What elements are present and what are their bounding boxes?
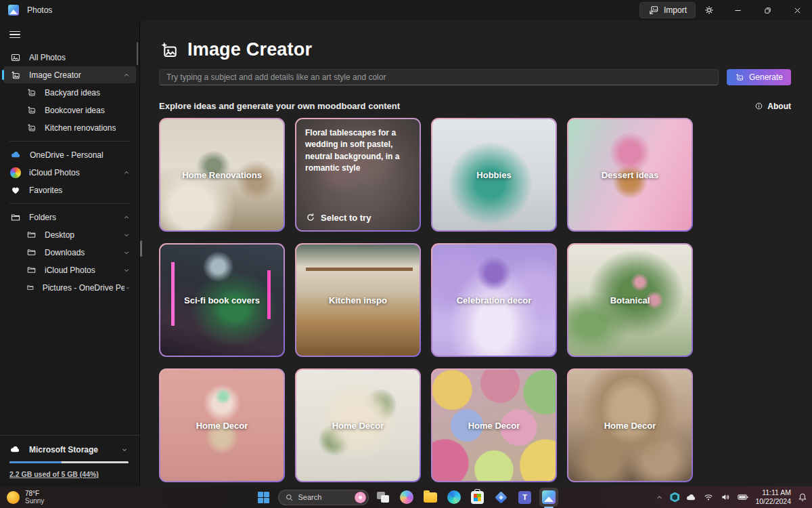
weather-temperature: 78°F xyxy=(25,490,44,498)
clock[interactable]: 11:11 AM 10/22/2024 xyxy=(755,488,791,505)
card-celebration-decor[interactable]: Celebration decor xyxy=(431,243,557,357)
storage-usage-link[interactable]: 2.2 GB used of 5 GB (44%) xyxy=(9,470,99,478)
navigation-menu-button[interactable] xyxy=(5,24,27,45)
maximize-button[interactable] xyxy=(752,0,782,20)
sidebar-item-all-photos[interactable]: All Photos xyxy=(3,49,136,66)
weather-widget[interactable]: 78°F Sunny xyxy=(7,490,44,505)
store-icon xyxy=(471,491,484,504)
sidebar-item-desktop[interactable]: Desktop xyxy=(3,226,136,243)
sidebar-item-favorites[interactable]: Favorites xyxy=(3,182,136,198)
onedrive-tray-icon[interactable] xyxy=(685,492,697,503)
card-scifi-book-covers[interactable]: Sci-fi book covers xyxy=(159,243,285,357)
sidebar-item-label: Desktop xyxy=(45,230,74,240)
hidden-icons-chevron-icon[interactable] xyxy=(655,493,664,502)
card-home-renovations[interactable]: Home Renovations xyxy=(159,118,285,232)
tray-hexagon-icon[interactable] xyxy=(670,492,679,503)
task-view-button[interactable] xyxy=(374,488,392,507)
photos-taskbar-button[interactable] xyxy=(539,488,558,507)
chevron-down-icon xyxy=(122,266,131,274)
sidebar-item-label: Bookcover ideas xyxy=(45,106,105,115)
microsoft-store-button[interactable] xyxy=(468,488,487,507)
card-dessert-ideas[interactable]: Dessert ideas xyxy=(567,118,693,232)
sidebar-item-label: iCloud Photos xyxy=(45,266,95,275)
titlebar: Photos Import xyxy=(0,0,812,20)
sidebar-item-kitchen-renovations[interactable]: Kitchen renovations xyxy=(3,119,136,136)
minimize-button[interactable] xyxy=(723,0,752,20)
sidebar-scrollbar[interactable] xyxy=(137,42,138,65)
chevron-up-icon xyxy=(122,169,131,177)
edge-button[interactable] xyxy=(445,488,464,507)
start-button[interactable] xyxy=(254,488,273,507)
sidebar-item-downloads[interactable]: Downloads xyxy=(3,244,136,261)
card-title: Home Decor xyxy=(604,421,656,431)
prompt-input[interactable] xyxy=(159,69,719,85)
card-home-decor-4[interactable]: Home Decor xyxy=(567,368,693,482)
settings-button[interactable] xyxy=(696,0,723,20)
card-title: Sci-fi book covers xyxy=(184,295,260,305)
card-title: Home Decor xyxy=(196,421,248,431)
about-label: About xyxy=(767,102,791,111)
import-button[interactable]: Import xyxy=(639,2,696,18)
window-title: Photos xyxy=(27,5,52,15)
selection-indicator xyxy=(2,70,4,80)
file-explorer-icon xyxy=(424,492,437,503)
notification-bell-icon[interactable] xyxy=(797,492,808,503)
import-icon xyxy=(648,5,659,16)
taskbar: 78°F Sunny Search xyxy=(0,486,812,508)
blue-diamond-icon xyxy=(495,491,507,503)
chevron-down-icon xyxy=(122,231,131,239)
battery-icon[interactable] xyxy=(737,491,749,503)
select-to-try-label: Select to try xyxy=(321,213,371,223)
sidebar-item-icloud-photos[interactable]: iCloud Photos xyxy=(3,164,136,181)
volume-icon[interactable] xyxy=(720,492,731,503)
sidebar-item-image-creator[interactable]: Image Creator xyxy=(3,66,136,83)
dev-app-button[interactable] xyxy=(492,488,511,507)
card-title: Dessert ideas xyxy=(602,170,659,180)
card-botanical[interactable]: Botanical xyxy=(567,243,693,357)
about-link[interactable]: About xyxy=(754,102,791,111)
sidebar-item-pictures-onedrive[interactable]: Pictures - OneDrive Personal xyxy=(3,279,136,296)
pane-divider xyxy=(139,20,140,486)
pane-resize-grip[interactable] xyxy=(140,240,142,257)
sidebar-item-bookcover-ideas[interactable]: Bookcover ideas xyxy=(3,102,136,119)
select-to-try[interactable]: Select to try xyxy=(305,212,371,223)
card-floral-tablescapes[interactable]: Floral tablescapes for a wedding in soft… xyxy=(295,118,421,232)
tray-time: 11:11 AM xyxy=(755,488,791,497)
card-title: Kitchen inspo xyxy=(329,295,387,305)
card-kitchen-inspo[interactable]: Kitchen inspo xyxy=(295,243,421,357)
teams-button[interactable]: T xyxy=(516,488,535,507)
refresh-icon xyxy=(305,212,316,223)
import-label: Import xyxy=(664,5,687,15)
card-home-decor-2[interactable]: Home Decor xyxy=(295,368,421,482)
copilot-button[interactable] xyxy=(397,488,416,507)
close-icon xyxy=(792,5,803,16)
card-home-decor-3[interactable]: Home Decor xyxy=(431,368,557,482)
card-title: Botanical xyxy=(610,295,650,305)
sidebar-item-icloud-photos-folder[interactable]: iCloud Photos xyxy=(3,261,136,278)
sidebar-item-onedrive-personal[interactable]: OneDrive - Personal xyxy=(3,146,136,163)
weather-condition: Sunny xyxy=(25,497,44,505)
microsoft-storage-row[interactable]: Microsoft Storage xyxy=(9,444,129,455)
sidebar-item-label: Pictures - OneDrive Personal xyxy=(43,283,125,293)
close-button[interactable] xyxy=(782,0,812,20)
chevron-down-icon xyxy=(120,446,129,454)
sidebar-item-backyard-ideas[interactable]: Backyard ideas xyxy=(3,84,136,101)
card-hobbies[interactable]: Hobbies xyxy=(431,118,557,232)
wifi-icon[interactable] xyxy=(703,492,714,503)
taskbar-search-box[interactable]: Search xyxy=(278,490,369,505)
page-title: Image Creator xyxy=(187,39,312,60)
section-heading: Explore ideas and generate your own mood… xyxy=(159,101,400,111)
sidebar-item-label: Folders xyxy=(29,213,56,222)
folder-icon xyxy=(26,247,37,257)
gear-icon xyxy=(704,5,715,16)
file-explorer-button[interactable] xyxy=(421,488,440,507)
search-icon xyxy=(285,493,294,502)
chevron-up-icon xyxy=(122,71,131,79)
sidebar-item-folders[interactable]: Folders xyxy=(3,209,136,226)
heart-icon xyxy=(10,185,21,196)
info-icon xyxy=(754,102,763,110)
card-home-decor-1[interactable]: Home Decor xyxy=(159,368,285,482)
generate-button[interactable]: Generate xyxy=(727,69,791,85)
card-title: Home Decor xyxy=(332,421,384,431)
card-title: Home Decor xyxy=(468,421,520,431)
